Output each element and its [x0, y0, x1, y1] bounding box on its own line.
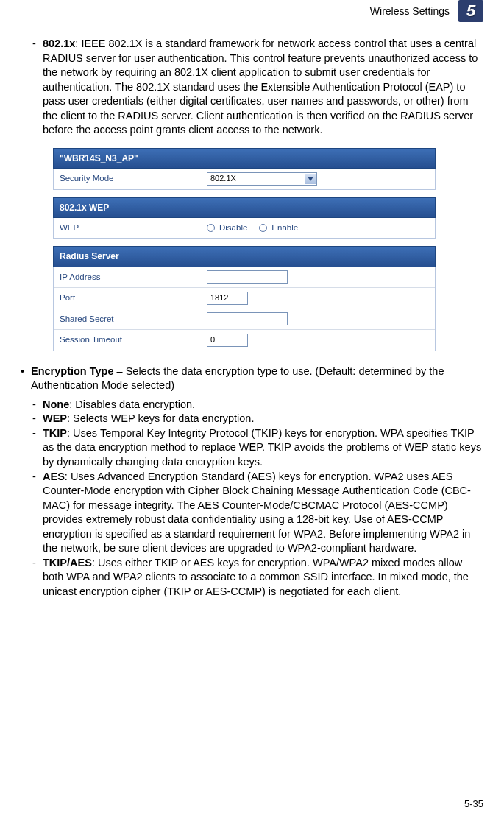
- table-row: Session Timeout 0: [54, 329, 435, 351]
- security-mode-field: 802.1X: [201, 169, 435, 189]
- list-item: - None: Disables data encryption.: [21, 398, 483, 412]
- secret-field-cell: [201, 309, 435, 330]
- page-number: 5-35: [464, 798, 483, 811]
- list-item: - 802.1x: IEEE 802.1X is a standard fram…: [21, 37, 483, 138]
- panel-body-wep: WEP Disable Enable: [53, 218, 436, 239]
- ip-field-cell: [201, 267, 435, 288]
- table-row: Port 1812: [54, 287, 435, 309]
- text-tkipaes: : Uses either TKIP or AES keys for encry…: [43, 557, 469, 597]
- header-title: Wireless Settings: [370, 4, 450, 18]
- security-mode-label: Security Mode: [54, 169, 201, 189]
- chevron-down-icon: [305, 174, 316, 184]
- body-text: TKIP/AES: Uses either TKIP or AES keys f…: [43, 556, 483, 599]
- ip-input[interactable]: [207, 270, 288, 284]
- text-8021x: : IEEE 802.1X is a standard framework fo…: [43, 38, 478, 136]
- wep-label: WEP: [54, 218, 201, 239]
- panel-header-radius: Radius Server: [53, 246, 436, 267]
- text-none: : Disables data encryption.: [69, 398, 195, 410]
- term-wep: WEP: [43, 412, 67, 424]
- list-item: - AES: Uses Advanced Encryption Standard…: [21, 470, 483, 556]
- embedded-ui: "WBR14S_N3_AP" Security Mode 802.1X 802.…: [53, 148, 436, 351]
- body-text: 802.1x: IEEE 802.1X is a standard framew…: [43, 37, 483, 138]
- wep-enable-radio[interactable]: [259, 224, 267, 232]
- port-input[interactable]: 1812: [207, 292, 248, 305]
- ip-label: IP Address: [54, 267, 201, 288]
- body-text: WEP: Selects WEP keys for data encryptio…: [43, 412, 483, 426]
- dash-icon: -: [32, 470, 43, 556]
- term-aes: AES: [43, 471, 65, 482]
- bullet-icon: •: [21, 365, 31, 393]
- table-row: WEP Disable Enable: [54, 218, 435, 239]
- security-mode-select[interactable]: 802.1X: [207, 172, 317, 186]
- table-row: Shared Secret: [54, 309, 435, 330]
- wep-disable-label: Disable: [219, 222, 247, 234]
- wep-disable-radio[interactable]: [207, 224, 215, 232]
- list-item: • Encryption Type – Selects the data enc…: [21, 365, 483, 393]
- dash-icon: -: [32, 556, 43, 599]
- security-mode-value: 802.1X: [210, 173, 236, 184]
- panel-header-wep: 802.1x WEP: [53, 197, 436, 218]
- table-row: IP Address: [54, 267, 435, 288]
- term-encryption-type: Encryption Type: [31, 365, 114, 377]
- timeout-input[interactable]: 0: [207, 334, 248, 347]
- text-aes: : Uses Advanced Encryption Standard (AES…: [43, 471, 471, 555]
- body-text: Encryption Type – Selects the data encry…: [31, 365, 483, 393]
- chapter-tab: 5: [458, 0, 483, 22]
- wep-enable-label: Enable: [271, 222, 298, 234]
- list-item: - TKIP/AES: Uses either TKIP or AES keys…: [21, 556, 483, 599]
- page-header: Wireless Settings 5: [0, 0, 504, 29]
- dash-icon: -: [32, 398, 43, 412]
- body-text: AES: Uses Advanced Encryption Standard (…: [43, 470, 483, 556]
- panel-header-ap: "WBR14S_N3_AP": [53, 148, 436, 169]
- port-field-cell: 1812: [201, 288, 435, 309]
- secret-label: Shared Secret: [54, 309, 201, 330]
- dash-icon: -: [32, 37, 43, 138]
- body-text: None: Disables data encryption.: [43, 398, 483, 412]
- term-8021x: 802.1x: [43, 38, 75, 49]
- wep-field: Disable Enable: [201, 218, 435, 239]
- panel-body-ap: Security Mode 802.1X: [53, 169, 436, 190]
- table-row: Security Mode 802.1X: [54, 169, 435, 189]
- secret-input[interactable]: [207, 312, 288, 325]
- text-tkip: : Uses Temporal Key Integrity Protocol (…: [43, 427, 481, 468]
- page-content: - 802.1x: IEEE 802.1X is a standard fram…: [0, 29, 504, 599]
- timeout-field-cell: 0: [201, 330, 435, 351]
- panel-body-radius: IP Address Port 1812 Shared Secret Sessi…: [53, 267, 436, 351]
- term-tkipaes: TKIP/AES: [43, 557, 92, 569]
- timeout-label: Session Timeout: [54, 330, 201, 351]
- term-tkip: TKIP: [43, 427, 67, 439]
- text-wep: : Selects WEP keys for data encryption.: [67, 412, 254, 424]
- port-label: Port: [54, 288, 201, 309]
- body-text: TKIP: Uses Temporal Key Integrity Protoc…: [43, 426, 483, 470]
- list-item: - WEP: Selects WEP keys for data encrypt…: [21, 412, 483, 426]
- term-none: None: [43, 398, 69, 410]
- dash-icon: -: [32, 426, 43, 470]
- dash-icon: -: [32, 412, 43, 426]
- list-item: - TKIP: Uses Temporal Key Integrity Prot…: [21, 426, 483, 470]
